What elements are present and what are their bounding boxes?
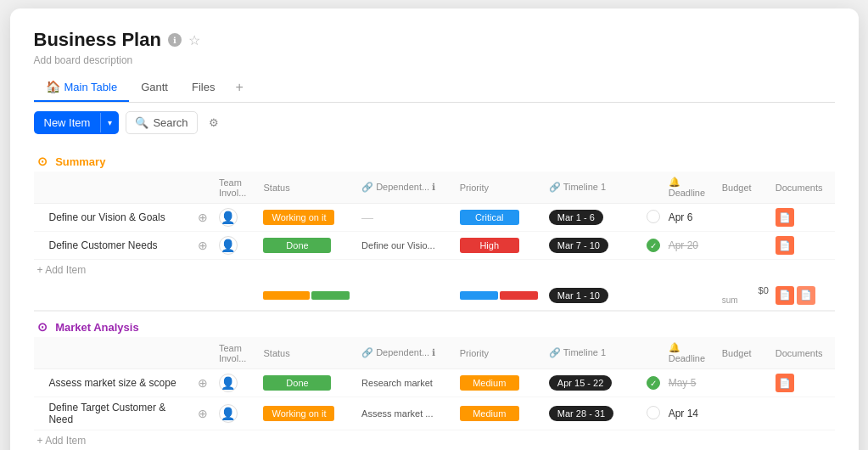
avatar: 👤 <box>219 236 238 255</box>
add-row-icon[interactable]: ⊕ <box>198 407 208 420</box>
priority-badge: Medium <box>460 375 519 391</box>
status-badge: Done <box>263 238 331 253</box>
home-icon: 🏠 <box>46 80 60 93</box>
col-headers-market: Team Invol... Status 🔗 Dependent... ℹ Pr… <box>34 337 835 369</box>
header-area: Business Plan ℹ ☆ Add board description <box>34 29 835 66</box>
document-icon[interactable]: 📄 <box>776 286 794 305</box>
board-table: ⊙ Summary Team Invol... Status 🔗 Depende… <box>34 146 835 450</box>
document-icon[interactable]: 📄 <box>776 236 794 255</box>
filter-icon[interactable]: ⚙ <box>204 112 223 133</box>
tab-main-table[interactable]: 🏠 Main Table <box>34 73 130 102</box>
timeline-badge: Mar 1 - 6 <box>549 210 603 225</box>
add-row-icon[interactable]: ⊕ <box>198 211 208 224</box>
timeline-badge: Apr 15 - 22 <box>549 375 612 391</box>
section-summary: ⊙ Summary Team Invol... Status 🔗 Depende… <box>34 146 835 311</box>
deadline-check[interactable]: ✓ <box>647 376 660 390</box>
page-title: Business Plan <box>34 29 161 51</box>
status-badge: Working on it <box>263 406 334 421</box>
document-icon[interactable]: 📄 <box>776 374 794 392</box>
section-header-summary: ⊙ Summary <box>34 146 835 172</box>
star-icon[interactable]: ☆ <box>188 32 200 48</box>
add-item-row[interactable]: + Add Item <box>34 430 835 451</box>
col-headers-summary: Team Invol... Status 🔗 Dependent... ℹ Pr… <box>34 172 835 204</box>
add-item-row[interactable]: + Add Item <box>34 260 835 281</box>
table-row: Assess market size & scope ⊕ 👤 Done Rese… <box>34 369 835 397</box>
timeline-badge: Mar 28 - 31 <box>549 406 613 421</box>
new-item-label: New Item <box>34 111 101 134</box>
table-row: Define Customer Needs ⊕ 👤 Done Define ou… <box>34 232 835 260</box>
add-row-icon[interactable]: ⊕ <box>198 376 208 390</box>
tab-gantt[interactable]: Gantt <box>129 74 180 102</box>
avatar: 👤 <box>219 208 238 227</box>
tab-add[interactable]: + <box>227 73 251 102</box>
tabs-row: 🏠 Main Table Gantt Files + <box>34 73 835 103</box>
summary-timeline: Mar 1 - 10 <box>549 288 608 303</box>
toolbar: New Item ▾ 🔍 Search ⚙ <box>34 111 835 134</box>
table-row: Define our Vision & Goals ⊕ 👤 Working on… <box>34 204 835 232</box>
app-container: Business Plan ℹ ☆ Add board description … <box>10 8 859 450</box>
priority-badge: Medium <box>460 406 519 421</box>
section-collapse-icon[interactable]: ⊙ <box>37 155 48 168</box>
deadline-check[interactable] <box>647 210 660 223</box>
search-icon: 🔍 <box>135 116 148 129</box>
section-header-market: ⊙ Market Analysis <box>34 311 835 337</box>
chevron-down-icon: ▾ <box>100 113 119 132</box>
timeline-badge: Mar 7 - 10 <box>549 238 608 253</box>
bar-critical <box>460 291 498 300</box>
avatar: 👤 <box>219 404 238 423</box>
priority-badge: High <box>460 238 519 253</box>
status-badge: Working on it <box>263 210 334 225</box>
document-icon[interactable]: 📄 <box>776 208 794 227</box>
document-icon[interactable]: 📄 <box>797 286 815 305</box>
priority-badge: Critical <box>460 210 519 225</box>
info-icon[interactable]: ℹ <box>168 33 182 47</box>
bar-done <box>311 291 350 300</box>
status-badge: Done <box>263 375 331 391</box>
add-row-icon[interactable]: ⊕ <box>198 239 208 252</box>
add-description[interactable]: Add board description <box>34 54 835 66</box>
section-market: ⊙ Market Analysis Team Invol... Status 🔗… <box>34 311 835 450</box>
avatar: 👤 <box>219 374 238 392</box>
table-row: Define Target Customer & Need ⊕ 👤 Workin… <box>34 397 835 430</box>
deadline-check[interactable]: ✓ <box>647 239 660 252</box>
bar-working <box>263 291 310 300</box>
new-item-button[interactable]: New Item ▾ <box>34 111 120 134</box>
bar-high <box>500 291 538 300</box>
search-button[interactable]: 🔍 Search <box>126 111 197 134</box>
summary-row: Mar 1 - 10 $0 sum 📄 📄 <box>34 280 835 311</box>
section-collapse-icon[interactable]: ⊙ <box>37 320 48 334</box>
deadline-check[interactable] <box>647 406 660 419</box>
title-row: Business Plan ℹ ☆ <box>34 29 835 51</box>
tab-files[interactable]: Files <box>180 74 227 102</box>
